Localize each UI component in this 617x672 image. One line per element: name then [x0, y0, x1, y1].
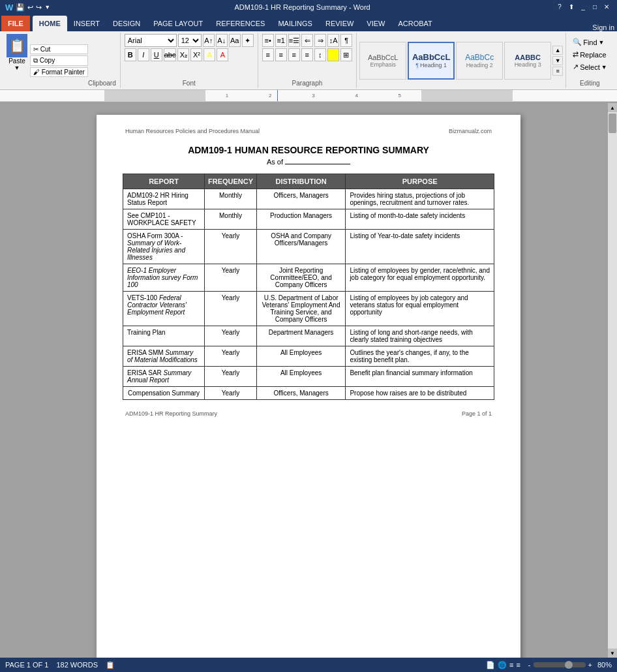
strikethrough-button[interactable]: abc — [164, 48, 177, 61]
header-left: Human Resources Policies and Procedures … — [125, 128, 260, 134]
justify-button[interactable]: ≡ — [301, 48, 313, 61]
cut-button[interactable]: ✂ Cut — [30, 44, 88, 54]
word-app-icon: W — [5, 3, 13, 12]
cell-distribution: All Employees — [256, 346, 346, 367]
vertical-scrollbar[interactable]: ▲ ▼ — [608, 103, 617, 658]
subscript-button[interactable]: X₂ — [177, 48, 189, 61]
style-heading2[interactable]: AaBbCc Heading 2 — [456, 42, 503, 80]
paragraph-group: ≡• ≡1 ≡☰ ⇐ ⇒ ↕A ¶ ≡ ≡ ≡ ≡ ↕ ⊞ Paragraph — [258, 33, 357, 88]
ribbon-content: 📋 Paste ▼ ✂ Cut ⧉ Copy 🖌 Format Painter … — [0, 31, 617, 90]
cell-frequency: Yearly — [205, 387, 257, 400]
cell-distribution: Officers, Managers — [256, 387, 346, 400]
clipboard-group: 📋 Paste ▼ ✂ Cut ⧉ Copy 🖌 Format Painter … — [3, 33, 121, 88]
table-row: Training Plan Yearly Department Managers… — [123, 326, 494, 346]
tab-home[interactable]: HOME — [33, 16, 67, 31]
style-emphasis[interactable]: AaBbCcL Emphasis — [359, 42, 406, 80]
copy-button[interactable]: ⧉ Copy — [30, 55, 88, 66]
format-painter-button[interactable]: 🖌 Format Painter — [30, 67, 88, 77]
font-size-select[interactable]: 12 — [178, 34, 202, 47]
quick-access-undo[interactable]: ↩ — [27, 3, 33, 12]
highlight-button[interactable]: A — [203, 48, 215, 61]
tab-file[interactable]: FILE — [1, 16, 30, 31]
style-heading3[interactable]: AABBC Heading 3 — [504, 42, 551, 80]
col-frequency: FREQUENCY — [205, 174, 257, 189]
window-controls: ? ⬆ _ □ ✕ — [554, 3, 612, 12]
align-center-button[interactable]: ≡ — [275, 48, 287, 61]
view-outline-button[interactable]: ≡ — [509, 661, 513, 669]
table-row: See CMP101 - WORKPLACE SAFETY Monthly Pr… — [123, 209, 494, 230]
italic-button[interactable]: I — [138, 48, 149, 61]
help-button[interactable]: ? — [554, 3, 565, 12]
zoom-in-button[interactable]: + — [588, 661, 592, 669]
change-case-button[interactable]: Aa — [229, 34, 241, 47]
align-left-button[interactable]: ≡ — [262, 48, 274, 61]
cell-report: ERISA SAR Summary Annual Report — [123, 367, 205, 387]
tab-references[interactable]: REFERENCES — [209, 16, 271, 31]
bold-button[interactable]: B — [125, 48, 136, 61]
cell-purpose: Outlines the year's changes, if any, to … — [346, 346, 494, 367]
numbering-button[interactable]: ≡1 — [275, 34, 287, 47]
cell-report: ADM109-2 HR Hiring Status Report — [123, 189, 205, 209]
view-print-button[interactable]: 📄 — [486, 661, 495, 669]
cell-purpose: Listing of Year-to-date safety incidents — [346, 230, 494, 264]
table-row: ERISA SAR Summary Annual Report Yearly A… — [123, 367, 494, 387]
style-heading1[interactable]: AaBbCcL ¶Heading 1 — [408, 42, 455, 80]
sign-in-link[interactable]: Sign in — [592, 23, 617, 31]
increase-font-button[interactable]: A↑ — [203, 34, 215, 47]
align-right-button[interactable]: ≡ — [288, 48, 300, 61]
close-button[interactable]: ✕ — [601, 3, 612, 12]
zoom-thumb[interactable] — [565, 661, 573, 669]
scroll-thumb[interactable] — [609, 114, 616, 133]
hr-table: REPORT FREQUENCY DISTRIBUTION PURPOSE AD… — [123, 174, 494, 400]
font-color-button[interactable]: A — [217, 48, 228, 61]
cell-frequency: Yearly — [205, 346, 257, 367]
minimize-button[interactable]: _ — [578, 3, 588, 12]
table-row: OSHA Form 300A - Summary of Work-Related… — [123, 230, 494, 264]
decrease-font-button[interactable]: A↓ — [216, 34, 228, 47]
bullets-button[interactable]: ≡• — [262, 34, 274, 47]
show-marks-button[interactable]: ¶ — [340, 34, 352, 47]
zoom-out-button[interactable]: - — [528, 661, 531, 669]
tab-review[interactable]: REVIEW — [319, 16, 360, 31]
tab-design[interactable]: DESIGN — [106, 16, 147, 31]
underline-button[interactable]: U — [151, 48, 162, 61]
restore-button[interactable]: □ — [590, 3, 600, 12]
find-button[interactable]: 🔍 Find ▼ — [570, 37, 610, 48]
styles-scroll-up[interactable]: ▲ ▼ ≡ — [552, 46, 563, 76]
font-name-select[interactable]: Arial — [125, 34, 177, 47]
multilevel-button[interactable]: ≡☰ — [288, 34, 300, 47]
word-count: 182 WORDS — [56, 661, 98, 669]
zoom-slider[interactable] — [534, 662, 586, 667]
tab-acrobat[interactable]: ACROBAT — [391, 16, 438, 31]
line-spacing-button[interactable]: ↕ — [314, 48, 326, 61]
clear-formatting-button[interactable]: ✦ — [242, 34, 254, 47]
cell-frequency: Yearly — [205, 367, 257, 387]
tab-view[interactable]: VIEW — [360, 16, 391, 31]
footer-right: Page 1 of 1 — [462, 410, 492, 417]
table-row: EEO-1 Employer Information survey Form 1… — [123, 264, 494, 292]
quick-access-more[interactable]: ▼ — [44, 4, 50, 10]
shading-button[interactable] — [327, 48, 339, 61]
increase-indent-button[interactable]: ⇒ — [314, 34, 326, 47]
superscript-button[interactable]: X² — [190, 48, 202, 61]
document-title[interactable]: ADM109-1 HUMAN RESOURCE REPORTING SUMMAR… — [123, 145, 494, 155]
view-draft-button[interactable]: ≡ — [516, 661, 520, 669]
scroll-down-button[interactable]: ▼ — [608, 649, 617, 658]
tab-mailings[interactable]: MAILINGS — [271, 16, 319, 31]
scroll-up-button[interactable]: ▲ — [608, 103, 617, 112]
paste-button[interactable]: 📋 Paste ▼ — [7, 34, 27, 71]
view-web-button[interactable]: 🌐 — [498, 661, 507, 669]
quick-access-save[interactable]: 💾 — [16, 3, 25, 12]
replace-button[interactable]: ⇄ Replace — [570, 49, 610, 60]
sort-button[interactable]: ↕A — [327, 34, 339, 47]
tab-insert[interactable]: INSERT — [67, 16, 106, 31]
decrease-indent-button[interactable]: ⇐ — [301, 34, 313, 47]
table-row: ADM109-2 HR Hiring Status Report Monthly… — [123, 189, 494, 209]
tab-page-layout[interactable]: PAGE LAYOUT — [147, 16, 209, 31]
select-button[interactable]: ↗ Select ▼ — [570, 61, 610, 72]
cell-report: Compensation Summary — [123, 387, 205, 400]
ribbon-toggle[interactable]: ⬆ — [566, 3, 577, 12]
cell-report: Training Plan — [123, 326, 205, 346]
quick-access-redo[interactable]: ↪ — [36, 3, 42, 12]
borders-button[interactable]: ⊞ — [340, 48, 352, 61]
